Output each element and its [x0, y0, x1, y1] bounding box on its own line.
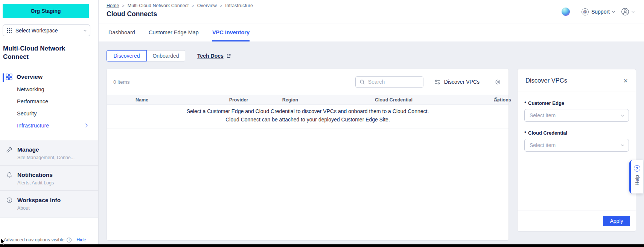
sub-toolbar: Discovered Onboarded Tech Docs: [107, 50, 231, 61]
tech-docs-label: Tech Docs: [197, 53, 224, 59]
breadcrumb-home[interactable]: Home: [107, 3, 119, 8]
empty-state-line1: Select a Customer Edge and Cloud Credent…: [118, 107, 497, 116]
items-count: 0 items: [113, 79, 130, 85]
chevron-down-icon: [621, 113, 624, 116]
customer-edge-field: * Customer Edge Select item: [524, 100, 629, 122]
window-bottom-bar: [0, 244, 644, 247]
chevron-down-icon: [632, 9, 635, 12]
sidebar-item-infrastructure[interactable]: Infrastructure: [17, 120, 98, 132]
chevron-down-icon: [621, 143, 624, 146]
cloud-credential-select[interactable]: Select item: [524, 139, 629, 152]
tab-customer-edge-map[interactable]: Customer Edge Map: [149, 23, 199, 41]
support-menu[interactable]: @ Support: [582, 8, 615, 15]
table-settings-button[interactable]: [495, 79, 501, 85]
select-placeholder: Select item: [530, 142, 556, 148]
support-label: Support: [591, 9, 610, 15]
field-label: Cloud Credential: [528, 130, 567, 136]
breadcrumb-separator: >: [122, 3, 124, 8]
tab-vpc-inventory[interactable]: VPC Inventory: [212, 23, 250, 41]
segment-onboarded[interactable]: Onboarded: [147, 50, 185, 61]
content-area: Discovered Onboarded Tech Docs 0 items: [99, 41, 644, 247]
hide-link[interactable]: Hide: [76, 237, 86, 242]
search-icon: [359, 79, 365, 85]
grid-dots-icon: [7, 28, 12, 33]
sidebar-section-sublabel: About: [17, 206, 92, 211]
support-at-icon: @: [582, 8, 589, 15]
sidebar-section-sublabel: Site Management, Conne...: [17, 155, 92, 160]
workspace-selector[interactable]: Select Workspace: [3, 25, 90, 36]
wrench-icon: [6, 146, 13, 153]
main-header: Home > Multi-Cloud Network Connect > Ove…: [99, 0, 644, 23]
settings-adjust-icon: [434, 79, 441, 85]
select-placeholder: Select item: [530, 112, 556, 118]
sidebar-section-sublabel: Alerts, Audit Logs: [17, 180, 92, 186]
sidebar-section-label: Notifications: [17, 171, 53, 179]
cloud-credential-field: * Cloud Credential Select item: [524, 130, 629, 152]
vpc-table-card: 0 items: [107, 69, 509, 241]
help-tab[interactable]: ? Help: [629, 160, 643, 193]
advanced-nav-text: Advanced nav options visible: [4, 237, 64, 242]
sidebar-item-overview[interactable]: Overview: [0, 67, 98, 81]
help-label: Help: [634, 175, 640, 186]
close-icon[interactable]: ×: [623, 77, 628, 84]
user-menu[interactable]: [621, 8, 634, 16]
mouse-cursor: [0, 238, 6, 247]
advanced-nav-footer: Advanced nav options visible i Hide: [0, 237, 98, 242]
discover-vpcs-panel: Discover VPCs × * Customer Edge Select i…: [517, 69, 636, 232]
assistant-orb-icon[interactable]: [562, 8, 570, 16]
customer-edge-select[interactable]: Select item: [524, 109, 629, 122]
help-question-icon: ?: [634, 165, 640, 172]
sidebar: Org Staging Select Workspace Multi-Cloud…: [0, 0, 99, 247]
apply-button[interactable]: Apply: [603, 216, 630, 226]
column-header-provider: Provider: [220, 95, 257, 105]
sidebar-item-networking[interactable]: Networking: [17, 83, 98, 95]
page-title: Cloud Connects: [107, 10, 157, 18]
sidebar-section-label: Manage: [17, 146, 39, 153]
tech-docs-link[interactable]: Tech Docs: [197, 53, 231, 59]
workspace-title: Multi-Cloud Network Connect: [3, 44, 88, 61]
sidebar-item-performance[interactable]: Performance: [17, 95, 98, 107]
breadcrumb-separator: >: [220, 3, 222, 8]
workspace-selector-label: Select Workspace: [15, 28, 58, 34]
sidebar-item-label: Overview: [17, 74, 43, 80]
sidebar-item-manage[interactable]: Manage Site Management, Conne...: [0, 140, 98, 165]
breadcrumb-item[interactable]: Multi-Cloud Network Connect: [128, 3, 189, 8]
table-header-row: Name Provider Region Cloud Credential Ac…: [107, 95, 509, 105]
org-staging-button[interactable]: Org Staging: [3, 4, 89, 18]
sidebar-item-security[interactable]: Security: [17, 107, 98, 120]
search-box: [355, 76, 423, 88]
sidebar-item-label: Infrastructure: [17, 123, 49, 129]
chevron-down-icon: [84, 28, 87, 31]
sidebar-item-notifications[interactable]: Notifications Alerts, Audit Logs: [0, 165, 98, 190]
breadcrumb-item[interactable]: Overview: [197, 3, 217, 8]
sidebar-section-label: Workspace Info: [17, 196, 61, 204]
sort-icon: [135, 95, 139, 105]
overview-subnav: Networking Performance Security Infrastr…: [0, 81, 98, 140]
discover-vpcs-button[interactable]: Discover VPCs: [434, 79, 480, 85]
breadcrumb-separator: >: [192, 3, 194, 8]
user-avatar-icon: [621, 8, 629, 16]
external-link-icon: [226, 54, 231, 58]
column-header-actions: Actions i: [494, 95, 499, 105]
breadcrumb: Home > Multi-Cloud Network Connect > Ove…: [107, 3, 253, 8]
info-icon: i: [67, 238, 72, 242]
sidebar-item-workspace-info[interactable]: Workspace Info About: [0, 190, 98, 218]
required-asterisk: *: [524, 130, 526, 136]
empty-state-line2: Cloud Connect can be attached to your de…: [118, 116, 497, 124]
required-asterisk: *: [524, 100, 526, 106]
column-header-cloud-credential: Cloud Credential: [364, 95, 424, 105]
bell-icon: [6, 172, 13, 178]
segment-discovered[interactable]: Discovered: [107, 50, 147, 61]
field-label: Customer Edge: [528, 100, 564, 106]
panel-title: Discover VPCs: [525, 77, 567, 84]
chevron-down-icon: [612, 9, 615, 12]
table-toolbar: 0 items: [107, 69, 509, 95]
column-header-region: Region: [271, 95, 309, 105]
tab-bar: Dashboard Customer Edge Map VPC Inventor…: [99, 23, 644, 41]
empty-state-message: Select a Customer Edge and Cloud Credent…: [107, 105, 509, 129]
gear-icon: [495, 79, 501, 85]
tab-dashboard[interactable]: Dashboard: [108, 23, 135, 41]
search-input[interactable]: [368, 79, 413, 85]
grid-squares-icon: [6, 74, 12, 80]
breadcrumb-item: Infrastructure: [225, 3, 253, 8]
